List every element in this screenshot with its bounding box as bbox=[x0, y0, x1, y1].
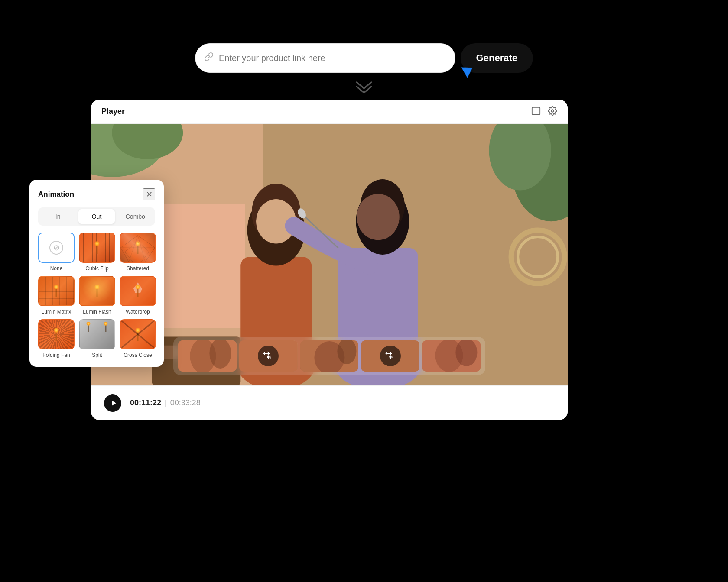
no-icon: ⊘ bbox=[49, 241, 63, 255]
anim-lumin-matrix[interactable]: Lumin Matrix bbox=[38, 276, 75, 315]
anim-label-cross-close: Cross Close bbox=[124, 352, 152, 358]
animation-panel-header: Animation ✕ bbox=[38, 188, 155, 200]
play-button[interactable] bbox=[104, 394, 121, 412]
anim-thumb-lumin-matrix bbox=[38, 276, 75, 306]
anim-thumb-cross-close bbox=[120, 319, 156, 349]
timeline-segment-1[interactable] bbox=[178, 340, 237, 372]
svg-point-2 bbox=[551, 110, 554, 112]
anim-label-lumin-matrix: Lumin Matrix bbox=[42, 309, 72, 315]
total-time: 00:33:28 bbox=[170, 398, 201, 407]
transition-icon-2[interactable] bbox=[361, 340, 419, 372]
product-link-input[interactable] bbox=[219, 53, 446, 63]
anim-thumb-waterdrop bbox=[120, 276, 156, 306]
anim-thumb-cubic bbox=[79, 233, 115, 263]
player-header-icons bbox=[531, 106, 557, 117]
anim-label-shattered: Shattered bbox=[127, 265, 149, 272]
anim-thumb-none: ⊘ bbox=[38, 233, 75, 263]
svg-marker-38 bbox=[120, 236, 155, 262]
transition-icon-1[interactable] bbox=[239, 340, 298, 372]
anim-folding-fan[interactable]: Folding Fan bbox=[38, 319, 75, 358]
animation-panel-close[interactable]: ✕ bbox=[143, 188, 155, 200]
player-controls: 00:11:22 | 00:33:28 bbox=[91, 385, 568, 420]
svg-line-40 bbox=[129, 236, 138, 262]
anim-label-split: Split bbox=[92, 352, 102, 358]
anim-label-cubic: Cubic Flip bbox=[85, 265, 108, 272]
anim-label-lumin-flash: Lumin Flash bbox=[83, 309, 111, 315]
anim-split[interactable]: Split bbox=[79, 319, 115, 358]
animation-grid: ⊘ None Cubic Flip bbox=[38, 233, 155, 358]
anim-thumb-lumin-flash bbox=[79, 276, 115, 306]
settings-icon[interactable] bbox=[548, 106, 557, 117]
current-time: 00:11:22 bbox=[130, 398, 161, 407]
anim-lumin-flash[interactable]: Lumin Flash bbox=[79, 276, 115, 315]
anim-label-none: None bbox=[50, 265, 63, 272]
animation-panel: Animation ✕ In Out Combo ⊘ None Cubic Fl… bbox=[29, 180, 164, 367]
player-title: Player bbox=[101, 107, 125, 116]
anim-cross-close[interactable]: Cross Close bbox=[120, 319, 156, 358]
link-icon bbox=[204, 52, 214, 64]
anim-label-folding-fan: Folding Fan bbox=[42, 352, 70, 358]
anim-none[interactable]: ⊘ None bbox=[38, 233, 75, 272]
anim-shattered[interactable]: Shattered bbox=[120, 233, 156, 272]
anim-cubic-flip[interactable]: Cubic Flip bbox=[79, 233, 115, 272]
time-separator: | bbox=[165, 398, 167, 407]
svg-point-21 bbox=[357, 194, 399, 240]
anim-label-waterdrop: Waterdrop bbox=[126, 309, 150, 315]
timeline-segment-2[interactable] bbox=[300, 340, 359, 372]
anim-thumb-folding-fan bbox=[38, 319, 75, 349]
time-display: 00:11:22 | 00:33:28 bbox=[130, 398, 201, 407]
tab-in[interactable]: In bbox=[40, 209, 76, 224]
search-container bbox=[195, 43, 455, 73]
split-view-icon[interactable] bbox=[531, 106, 541, 117]
animation-tabs: In Out Combo bbox=[38, 207, 155, 226]
svg-marker-37 bbox=[112, 401, 116, 406]
anim-thumb-shattered bbox=[120, 233, 156, 263]
svg-line-41 bbox=[138, 236, 145, 262]
anim-waterdrop[interactable]: Waterdrop bbox=[120, 276, 156, 315]
player-header: Player bbox=[91, 100, 568, 124]
timeline-strip bbox=[173, 337, 485, 375]
svg-marker-39 bbox=[125, 242, 150, 262]
anim-thumb-split bbox=[79, 319, 115, 349]
tab-combo[interactable]: Combo bbox=[117, 209, 153, 224]
tab-out[interactable]: Out bbox=[78, 209, 114, 224]
double-chevron-icon bbox=[355, 81, 373, 93]
top-bar: Generate bbox=[195, 43, 533, 73]
animation-panel-title: Animation bbox=[38, 190, 74, 199]
timeline-segment-3[interactable] bbox=[422, 340, 481, 372]
